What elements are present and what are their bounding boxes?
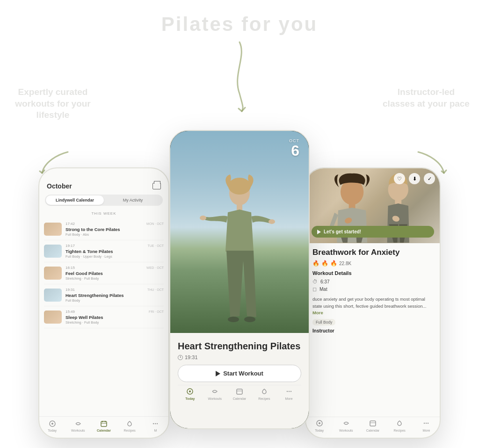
workout-thumbnail-5 [44, 311, 62, 324]
phone-center: OCT 6 [169, 130, 310, 429]
recipes-icon [125, 419, 134, 428]
workout-day-4: THU · OCT [147, 288, 164, 291]
svg-point-12 [200, 216, 206, 220]
equipment-row: ◻ Mat [312, 286, 433, 292]
workout-name-4: Heart Strengthening Pilates [65, 293, 164, 298]
workout-detail-title: Heart Strengthening Pilates [178, 340, 301, 352]
phone-right: ♡ ⬇ ✓ Let's get started! Breathwork for … [305, 167, 441, 439]
left-phone-header: October [39, 168, 168, 195]
left-bottom-nav: Today Workouts Calendar [39, 416, 168, 438]
phone-center-inner: OCT 6 [170, 131, 309, 428]
equipment-icon: ◻ [312, 286, 317, 292]
workout-details-section: Workout Details ⏱ 6:37 ◻ Mat [312, 270, 433, 292]
right-nav-today[interactable]: Today [306, 420, 333, 432]
nav-item-workouts[interactable]: Workouts [65, 419, 91, 432]
svg-point-35 [426, 423, 427, 424]
workout-info-4: 19:31 THU · OCT Heart Strengthening Pila… [65, 288, 164, 303]
flame-3: 🔥 [330, 260, 337, 267]
center-nav-calendar[interactable]: Calendar [227, 388, 252, 400]
center-more-icon [286, 388, 292, 396]
center-nav-recipes[interactable]: Recipes [252, 388, 276, 400]
svg-rect-2 [101, 421, 107, 426]
table-row[interactable]: 15:49 FRI · OCT Sleep Well Pilates Stret… [44, 306, 164, 328]
flame-row: 🔥 🔥 🔥 22.8K [312, 260, 433, 267]
printer-icon[interactable] [152, 183, 161, 189]
svg-point-14 [228, 317, 239, 322]
header-title: Pilates for you [161, 13, 318, 36]
right-today-icon [316, 420, 323, 428]
side-text-right: Instructor-led classes at your pace [382, 87, 471, 109]
workout-tags-5: Stretching · Full Body [65, 320, 164, 325]
duration-row: ⏱ 6:37 [312, 279, 433, 284]
workout-hero-image: OCT 6 [170, 131, 309, 345]
workout-tags-3: Stretching · Full Body [65, 276, 164, 281]
favorite-icon[interactable]: ♡ [394, 173, 405, 184]
center-bottom-nav: Today Workouts Calendar [178, 385, 301, 405]
svg-rect-32 [370, 421, 376, 426]
workout-day-2: TUE · OCT [147, 244, 164, 247]
check-icon[interactable]: ✓ [424, 173, 435, 184]
lets-play-icon [317, 230, 321, 234]
right-nav-calendar[interactable]: Calendar [359, 420, 386, 432]
svg-point-15 [244, 317, 255, 322]
workout-info-3: 16:15 WED · OCT Feel Good Pilates Stretc… [65, 266, 164, 281]
table-row[interactable]: 19:17 TUE · OCT Tighten & Tone Pilates F… [44, 240, 164, 262]
today-label: Today [48, 429, 57, 432]
center-nav-today[interactable]: Today [178, 388, 203, 400]
instructor-section: Instructor [312, 328, 433, 333]
start-workout-button[interactable]: Start Workout [178, 365, 301, 382]
center-nav-workouts[interactable]: Workouts [203, 388, 227, 400]
workout-duration-2: 19:17 [65, 244, 75, 248]
right-nav-recipes[interactable]: Recipes [386, 420, 413, 432]
table-row[interactable]: 16:15 WED · OCT Feel Good Pilates Stretc… [44, 262, 164, 284]
nav-item-recipes[interactable]: Recipes [117, 419, 143, 432]
center-more-label: More [285, 397, 293, 400]
nav-item-today[interactable]: Today [39, 419, 65, 432]
workout-tags-4: Full Body [65, 298, 164, 303]
svg-point-17 [189, 390, 191, 392]
workout-duration-1: 17:42 [65, 222, 75, 226]
phone-right-inner: ♡ ⬇ ✓ Let's get started! Breathwork for … [306, 168, 440, 438]
workout-name-1: Strong to the Core Pilates [65, 227, 164, 232]
tab-lindywell-calendar[interactable]: Lindywell Calendar [46, 195, 104, 205]
workout-tags-2: Full Body · Upper Body · Legs [65, 254, 164, 259]
right-more-icon [423, 420, 429, 428]
tab-switcher: Lindywell Calendar My Activity [45, 195, 163, 206]
workout-duration-3: 16:15 [65, 266, 75, 270]
center-today-icon [187, 388, 193, 396]
svg-point-13 [269, 219, 275, 224]
lets-started-label: Let's get started! [324, 229, 361, 234]
center-recipes-icon [261, 388, 268, 396]
workout-info-1: 17:42 MON · OCT Strong to the Core Pilat… [65, 222, 164, 237]
more-link[interactable]: More [312, 310, 323, 315]
nav-item-calendar[interactable]: Calendar [91, 419, 116, 432]
more-label: M [154, 429, 157, 432]
workout-info-5: 15:49 FRI · OCT Sleep Well Pilates Stret… [65, 310, 164, 325]
equipment-value: Mat [319, 287, 327, 292]
workout-duration-5: 15:49 [65, 310, 75, 314]
right-nav-more[interactable]: More [413, 420, 440, 432]
workout-name-3: Feel Good Pilates [65, 271, 164, 276]
right-hero-image: ♡ ⬇ ✓ Let's get started! [306, 168, 440, 243]
center-calendar-icon [236, 388, 243, 396]
right-nav-workouts[interactable]: Workouts [333, 420, 359, 432]
workout-detail-duration: 19:31 [185, 354, 198, 360]
workout-thumbnail-1 [44, 223, 62, 236]
table-row[interactable]: 17:42 MON · OCT Strong to the Core Pilat… [44, 218, 164, 240]
left-month-title: October [47, 182, 72, 190]
lets-started-button[interactable]: Let's get started! [312, 226, 434, 238]
tab-my-activity[interactable]: My Activity [104, 195, 162, 205]
download-icon[interactable]: ⬇ [409, 173, 420, 184]
center-nav-more[interactable]: More [276, 388, 301, 400]
svg-point-10 [228, 178, 251, 195]
right-bottom-nav: Today Workouts Calendar [306, 417, 440, 438]
start-button-label: Start Workout [223, 370, 263, 377]
svg-point-8 [157, 423, 158, 424]
nav-item-more[interactable]: M [143, 419, 168, 432]
table-row[interactable]: 19:31 THU · OCT Heart Strengthening Pila… [44, 284, 164, 306]
right-recipes-icon [396, 420, 403, 428]
clock-icon [178, 355, 183, 360]
svg-point-21 [288, 391, 289, 392]
svg-point-7 [155, 423, 156, 424]
deco-arrow-top [221, 37, 258, 114]
